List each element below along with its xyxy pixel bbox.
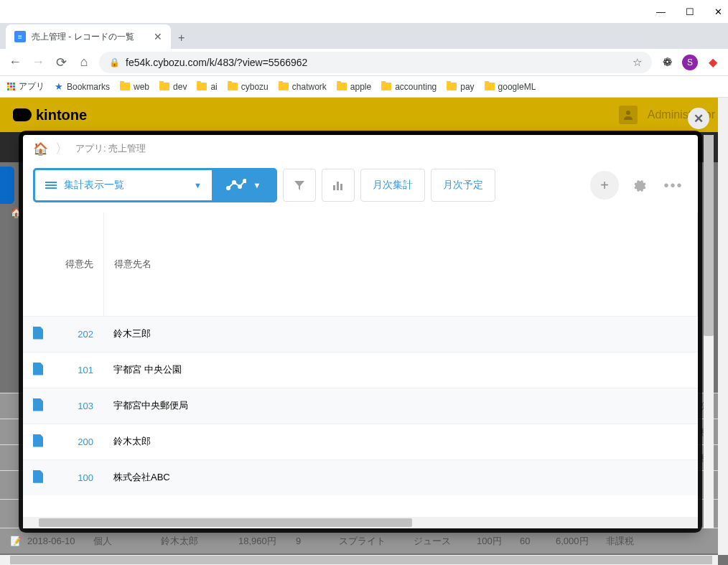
customer-id-link[interactable]: 103 bbox=[53, 388, 103, 424]
bookmark-folder-googleml[interactable]: googleML bbox=[485, 82, 536, 92]
folder-icon bbox=[485, 83, 495, 90]
svg-rect-7 bbox=[340, 184, 342, 190]
table-header-customer-name[interactable]: 得意先名 bbox=[103, 213, 698, 316]
chart-button[interactable] bbox=[322, 169, 355, 202]
table-header-customer-id[interactable]: 得意先 bbox=[53, 213, 103, 316]
customer-name: 宇都宮 中央公園 bbox=[103, 352, 698, 388]
list-icon bbox=[45, 182, 57, 189]
customer-id-link[interactable]: 100 bbox=[53, 459, 103, 495]
customer-id-link[interactable]: 101 bbox=[53, 352, 103, 388]
record-detail-icon[interactable] bbox=[33, 398, 43, 411]
bar-chart-icon bbox=[332, 179, 345, 192]
view-dropdown[interactable]: 集計表示一覧 ▼ bbox=[35, 170, 212, 200]
folder-icon bbox=[197, 83, 207, 90]
monthly-schedule-button[interactable]: 月次予定 bbox=[431, 169, 495, 202]
window-controls: — ☐ ✕ bbox=[0, 0, 728, 23]
kintone-logo: kintone bbox=[13, 107, 87, 123]
kintone-header: kintone Administrator bbox=[0, 98, 728, 132]
table-row: 100 株式会社ABC bbox=[23, 459, 698, 495]
table-row: 200 鈴木太郎 bbox=[23, 424, 698, 459]
page-vertical-scrollbar[interactable] bbox=[718, 98, 728, 555]
customer-name: 鈴木三郎 bbox=[103, 316, 698, 352]
chevron-down-icon: ▼ bbox=[194, 181, 202, 190]
url-bar: ← → ⟳ ⌂ 🔒 fe54k.cybozu.com/k/483/?view=5… bbox=[0, 49, 728, 76]
settings-button[interactable] bbox=[625, 171, 653, 200]
modal-horizontal-scrollbar[interactable] bbox=[23, 517, 698, 528]
minimize-button[interactable]: — bbox=[656, 6, 666, 17]
reload-button[interactable]: ⟳ bbox=[53, 55, 69, 70]
view-label: 集計表示一覧 bbox=[64, 179, 124, 192]
page-horizontal-scrollbar[interactable] bbox=[0, 555, 718, 565]
customer-name: 宇都宮中央郵便局 bbox=[103, 388, 698, 424]
folder-icon bbox=[279, 83, 289, 90]
maximize-button[interactable]: ☐ bbox=[686, 6, 694, 17]
new-tab-button[interactable]: + bbox=[171, 27, 192, 49]
bookmark-folder-chatwork[interactable]: chatwork bbox=[279, 82, 327, 92]
customer-name: 株式会社ABC bbox=[103, 459, 698, 495]
browser-tab[interactable]: ≡ 売上管理 - レコードの一覧 ✕ bbox=[6, 24, 171, 49]
table-row: 103 宇都宮中央郵便局 bbox=[23, 388, 698, 424]
breadcrumb-separator-icon: 〉 bbox=[55, 140, 68, 157]
bookmark-star-icon[interactable]: ☆ bbox=[633, 56, 642, 69]
table-row: 101 宇都宮 中央公園 bbox=[23, 352, 698, 388]
tab-title: 売上管理 - レコードの一覧 bbox=[32, 31, 148, 43]
back-button[interactable]: ← bbox=[7, 55, 23, 70]
bookmark-folder-cybozu[interactable]: cybozu bbox=[228, 82, 269, 92]
profile-avatar[interactable]: S bbox=[682, 55, 698, 70]
bookmark-folder-apple[interactable]: apple bbox=[337, 82, 371, 92]
folder-icon bbox=[337, 83, 347, 90]
record-detail-icon[interactable] bbox=[33, 327, 43, 340]
record-table: 得意先 得意先名 202 鈴木三郎 101 宇都宮 中央公園 103 bbox=[23, 213, 698, 495]
graph-view-button[interactable]: ▼ bbox=[212, 170, 275, 200]
lock-icon: 🔒 bbox=[109, 57, 120, 67]
home-button[interactable]: ⌂ bbox=[76, 55, 92, 70]
kintone-logo-icon bbox=[13, 108, 32, 121]
folder-icon bbox=[159, 83, 169, 90]
chevron-down-icon: ▼ bbox=[253, 181, 261, 190]
more-options-button[interactable]: ••• bbox=[659, 171, 688, 200]
extension-1-icon[interactable]: ❁ bbox=[659, 55, 675, 70]
back-side-button bbox=[0, 167, 14, 204]
line-chart-icon bbox=[226, 178, 246, 192]
svg-point-0 bbox=[626, 111, 630, 115]
record-detail-icon[interactable] bbox=[33, 434, 43, 447]
folder-icon bbox=[120, 83, 130, 90]
table-row: 202 鈴木三郎 bbox=[23, 316, 698, 352]
folder-icon bbox=[228, 83, 238, 90]
star-icon: ★ bbox=[55, 81, 63, 92]
user-icon bbox=[619, 106, 638, 124]
folder-icon bbox=[381, 83, 391, 90]
bookmarks-link[interactable]: ★ Bookmarks bbox=[55, 81, 110, 92]
record-detail-icon[interactable] bbox=[33, 363, 43, 375]
browser-tab-bar: ≡ 売上管理 - レコードの一覧 ✕ + bbox=[0, 23, 728, 49]
breadcrumb-home-icon[interactable]: 🏠 bbox=[33, 141, 48, 157]
bookmark-folder-accounting[interactable]: accounting bbox=[381, 82, 437, 92]
customer-name: 鈴木太郎 bbox=[103, 424, 698, 459]
tab-close-icon[interactable]: ✕ bbox=[154, 31, 162, 42]
apps-shortcut[interactable]: アプリ bbox=[7, 80, 45, 93]
address-bar[interactable]: 🔒 fe54k.cybozu.com/k/483/?view=5566962 ☆ bbox=[99, 52, 652, 73]
customer-id-link[interactable]: 202 bbox=[53, 316, 103, 352]
extension-2-icon[interactable]: ◆ bbox=[705, 55, 721, 70]
svg-rect-6 bbox=[337, 182, 339, 190]
forward-button[interactable]: → bbox=[30, 55, 46, 70]
modal-close-button[interactable]: ✕ bbox=[688, 108, 709, 129]
bookmark-folder-dev[interactable]: dev bbox=[159, 82, 187, 92]
tab-favicon: ≡ bbox=[14, 31, 26, 42]
modal-vertical-scrollbar[interactable] bbox=[704, 135, 714, 528]
record-list-modal: 🏠 〉 アプリ: 売上管理 集計表示一覧 ▼ ▼ 月次集計 月次予定 bbox=[23, 135, 698, 528]
gear-icon bbox=[632, 178, 646, 192]
add-record-button[interactable]: + bbox=[590, 171, 619, 200]
bookmark-folder-ai[interactable]: ai bbox=[197, 82, 217, 92]
record-detail-icon[interactable] bbox=[33, 470, 43, 483]
bookmark-folder-web[interactable]: web bbox=[120, 82, 149, 92]
bookmark-folder-pay[interactable]: pay bbox=[447, 82, 474, 92]
svg-rect-5 bbox=[333, 185, 335, 190]
view-selector-group: 集計表示一覧 ▼ ▼ bbox=[33, 168, 277, 202]
customer-id-link[interactable]: 200 bbox=[53, 424, 103, 459]
apps-grid-icon bbox=[7, 83, 15, 90]
monthly-summary-button[interactable]: 月次集計 bbox=[360, 169, 425, 202]
filter-button[interactable] bbox=[283, 169, 316, 202]
close-window-button[interactable]: ✕ bbox=[714, 6, 722, 17]
funnel-icon bbox=[293, 179, 306, 192]
